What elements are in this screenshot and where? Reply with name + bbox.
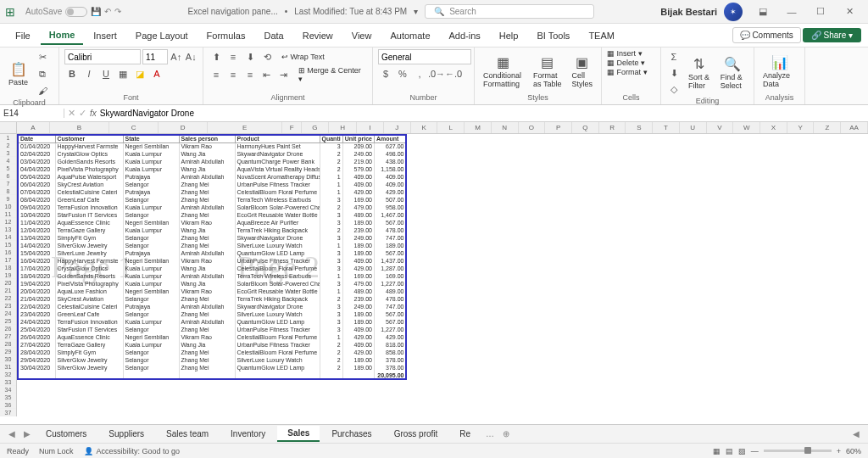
row-header[interactable]: 31 — [0, 363, 16, 371]
currency-icon[interactable]: $ — [378, 66, 393, 81]
col-header[interactable]: L — [437, 122, 465, 133]
tab-addins[interactable]: Add-ins — [441, 27, 489, 44]
orientation-icon[interactable]: ⟲ — [259, 49, 275, 64]
ribbon-options-icon[interactable]: ⬓ — [749, 3, 776, 20]
view-pagelayout-icon[interactable]: ▤ — [726, 447, 733, 455]
row-header[interactable]: 32 — [0, 371, 16, 378]
row-header[interactable]: 12 — [0, 218, 16, 226]
row-header[interactable]: 14 — [0, 233, 16, 241]
row-header[interactable]: 10 — [0, 203, 16, 210]
decrease-decimal-icon[interactable]: ←.0 — [446, 66, 461, 81]
search-box[interactable]: 🔍 Search — [425, 4, 594, 19]
find-select-button[interactable]: 🔍Find & Select — [717, 54, 748, 92]
conditional-formatting-button[interactable]: ▦Conditional Formatting — [480, 53, 526, 90]
sheet-tab-more-icon[interactable]: … — [482, 429, 498, 438]
table-row[interactable]: 17/04/2020CrystalGlow OpticsKuala Lumpur… — [18, 265, 406, 272]
undo-icon[interactable]: ↶ — [104, 7, 111, 16]
row-header[interactable]: 37 — [0, 409, 16, 416]
table-header[interactable]: Unit price — [342, 135, 374, 142]
table-row[interactable]: 07/04/2020CelestialCuisine CateriPutraja… — [18, 188, 406, 196]
share-button[interactable]: 🔗 Share ▾ — [803, 28, 861, 42]
row-header[interactable]: 3 — [0, 149, 16, 157]
align-top-icon[interactable]: ⬆ — [209, 49, 224, 64]
table-row[interactable]: 25/04/2020StarFusion IT ServicesSelangor… — [18, 326, 406, 333]
tab-team[interactable]: TEAM — [580, 27, 623, 44]
row-header[interactable]: 29 — [0, 348, 16, 355]
table-row[interactable]: 21/04/2020SkyCrest AviationSelangorZhang… — [18, 295, 406, 303]
fill-icon[interactable]: ⬇ — [666, 65, 682, 81]
cut-icon[interactable]: ✂ — [35, 49, 50, 64]
bold-icon[interactable]: B — [64, 66, 80, 81]
table-row[interactable]: 04/04/2020PixelVista PhotographyKuala Lu… — [18, 165, 406, 173]
table-header[interactable]: Customer — [55, 135, 123, 142]
table-header[interactable]: State — [123, 135, 179, 142]
fill-color-icon[interactable]: ◪ — [132, 66, 147, 81]
table-row[interactable]: 16/04/2020HappyHarvest FarmsteNegeri Sem… — [18, 257, 406, 265]
autosave-toggle[interactable] — [65, 7, 87, 17]
user-name[interactable]: Bijak Bestari — [660, 7, 717, 17]
table-row[interactable]: 08/04/2020GreenLeaf CafeSelangorZhang Me… — [18, 196, 406, 204]
tab-home[interactable]: Home — [41, 26, 84, 45]
view-normal-icon[interactable]: ▦ — [713, 447, 721, 455]
tab-help[interactable]: Help — [491, 27, 527, 44]
sheet-tab-customers[interactable]: Customers — [36, 427, 97, 442]
tab-automate[interactable]: Automate — [381, 27, 438, 44]
increase-font-icon[interactable]: A↑ — [170, 49, 183, 64]
table-row[interactable]: 22/04/2020CelestialCuisine CateriPutraja… — [18, 303, 406, 310]
row-header[interactable]: 30 — [0, 355, 16, 363]
decrease-indent-icon[interactable]: ⇤ — [259, 67, 275, 82]
align-right-icon[interactable]: ≡ — [242, 67, 258, 82]
sheet-nav-prev-icon[interactable]: ◀ — [5, 429, 19, 438]
align-center-icon[interactable]: ≡ — [225, 67, 241, 82]
formula-bar[interactable] — [100, 109, 865, 118]
row-header[interactable]: 2 — [0, 142, 16, 149]
percent-icon[interactable]: % — [395, 66, 410, 81]
zoom-out-icon[interactable]: — — [751, 447, 759, 455]
name-box[interactable]: E14 — [0, 109, 64, 118]
align-middle-icon[interactable]: ≡ — [225, 49, 241, 64]
italic-icon[interactable]: I — [81, 66, 97, 81]
row-header[interactable]: 17 — [0, 256, 16, 264]
col-header[interactable]: M — [465, 122, 492, 133]
scroll-left-icon[interactable]: ◀ — [849, 429, 863, 438]
col-header[interactable]: O — [519, 122, 546, 133]
table-header[interactable]: Amount — [374, 135, 406, 142]
sort-filter-button[interactable]: ⇅Sort & Filter — [685, 54, 714, 92]
zoom-slider[interactable] — [764, 450, 832, 452]
row-header[interactable]: 13 — [0, 226, 16, 233]
underline-icon[interactable]: U — [98, 66, 114, 81]
comments-button[interactable]: 💬 Comments — [732, 27, 801, 43]
font-color-icon[interactable]: A — [149, 66, 164, 81]
increase-indent-icon[interactable]: ⇥ — [276, 67, 292, 82]
row-header[interactable]: 18 — [0, 264, 16, 271]
row-header[interactable]: 6 — [0, 172, 16, 180]
row-header[interactable]: 21 — [0, 287, 16, 294]
font-name-select[interactable] — [64, 49, 141, 64]
col-header[interactable]: C — [109, 122, 159, 133]
table-row[interactable]: 19/04/2020PixelVista PhotographyKuala Lu… — [18, 280, 406, 288]
table-row[interactable]: 27/04/2020TerraGaze GalleryKuala LumpurW… — [18, 341, 406, 349]
col-header[interactable]: F — [282, 122, 302, 133]
row-header[interactable]: 20 — [0, 279, 16, 287]
tab-data[interactable]: Data — [255, 27, 292, 44]
sheet-tab-purchases[interactable]: Purchases — [321, 427, 381, 442]
align-bottom-icon[interactable]: ⬇ — [242, 49, 258, 64]
table-row[interactable]: 11/04/2020AquaEssence ClinicNegeri Sembi… — [18, 219, 406, 226]
row-header[interactable]: 25 — [0, 317, 16, 325]
col-header[interactable]: I — [357, 122, 384, 133]
save-icon[interactable]: 💾 — [91, 7, 101, 16]
insert-cells-button[interactable]: ▦ Insert ▾ — [607, 49, 655, 58]
row-header[interactable]: 33 — [0, 378, 16, 386]
col-header[interactable]: Q — [572, 122, 599, 133]
table-row[interactable]: 29/04/2020SilverGlow JewelrySelangorZhan… — [18, 356, 406, 364]
enter-formula-icon[interactable]: ✓ — [79, 108, 86, 119]
table-row[interactable]: 01/04/2020HappyHarvest FarmsteNegeri Sem… — [18, 142, 406, 150]
table-row[interactable]: 03/04/2020GoldenSands ResortsKuala Lumpu… — [18, 158, 406, 165]
sheet-tab-gross[interactable]: Gross profit — [384, 427, 448, 442]
table-row[interactable]: 23/04/2020GreenLeaf CafeSelangorZhang Me… — [18, 310, 406, 318]
tab-bi[interactable]: BI Tools — [528, 27, 578, 44]
tab-formulas[interactable]: Formulas — [198, 27, 254, 44]
merge-center-button[interactable]: ⊞ Merge & Center ▾ — [298, 66, 367, 83]
zoom-in-icon[interactable]: + — [837, 447, 841, 455]
close-icon[interactable]: ✕ — [836, 3, 863, 20]
